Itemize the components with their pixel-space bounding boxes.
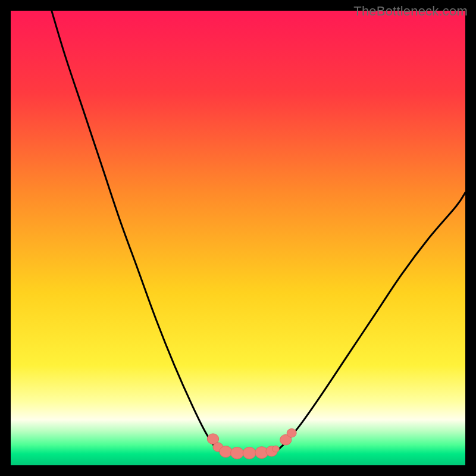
chart-frame [11, 11, 465, 465]
valley-marker [220, 446, 232, 458]
bottleneck-chart [11, 11, 465, 465]
gradient-background [11, 11, 465, 465]
valley-marker [273, 446, 280, 452]
valley-marker [243, 447, 256, 459]
watermark-text: TheBottleneck.com [353, 4, 468, 19]
valley-marker [287, 429, 296, 438]
valley-marker [231, 447, 244, 459]
